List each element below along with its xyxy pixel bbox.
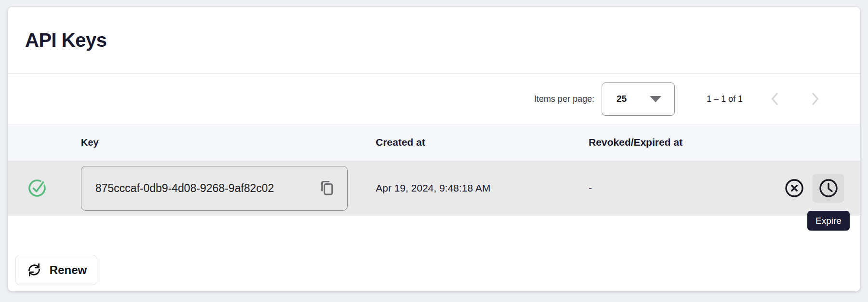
table-row: Apr 19, 2024, 9:48:18 AM - <box>8 161 860 216</box>
api-keys-card: API Keys Items per page: 25 1 – 1 of 1 K… <box>8 7 860 291</box>
renew-button[interactable]: Renew <box>15 255 97 285</box>
key-field <box>81 166 348 211</box>
check-circle-icon <box>27 178 47 198</box>
chevron-left-icon <box>769 92 780 106</box>
card-header: API Keys <box>8 7 860 74</box>
x-circle-icon <box>785 178 804 198</box>
key-status-cell <box>8 178 81 198</box>
next-page-button[interactable] <box>804 87 827 110</box>
clock-icon <box>819 178 838 198</box>
chevron-down-icon <box>650 96 661 102</box>
expire-button[interactable] <box>813 174 844 203</box>
copy-icon <box>316 178 336 198</box>
key-cell <box>81 166 376 211</box>
expire-tooltip-label: Expire <box>815 216 842 226</box>
refresh-icon <box>26 262 42 277</box>
table-header: Key Created at Revoked/Expired at <box>8 124 860 161</box>
page-range-label: 1 – 1 of 1 <box>707 94 743 104</box>
copy-button[interactable] <box>316 178 337 199</box>
expire-tooltip: Expire <box>807 211 850 231</box>
renew-label: Renew <box>50 263 87 277</box>
column-header-created: Created at <box>376 137 589 148</box>
previous-page-button[interactable] <box>763 87 786 110</box>
page-size-select[interactable]: 25 <box>602 82 675 116</box>
items-per-page-label: Items per page: <box>534 94 594 104</box>
page-size-value: 25 <box>617 94 627 104</box>
created-at-cell: Apr 19, 2024, 9:48:18 AM <box>376 182 589 194</box>
column-header-revoked: Revoked/Expired at <box>589 137 748 148</box>
page-title: API Keys <box>25 29 106 51</box>
pager-nav <box>763 87 827 110</box>
revoke-button[interactable] <box>783 177 806 200</box>
paginator: Items per page: 25 1 – 1 of 1 <box>8 74 860 124</box>
column-header-key: Key <box>81 137 376 148</box>
row-actions: Expire <box>748 174 860 203</box>
api-key-input[interactable] <box>84 182 316 195</box>
revoked-at-cell: - <box>589 182 748 194</box>
chevron-right-icon <box>810 92 821 106</box>
